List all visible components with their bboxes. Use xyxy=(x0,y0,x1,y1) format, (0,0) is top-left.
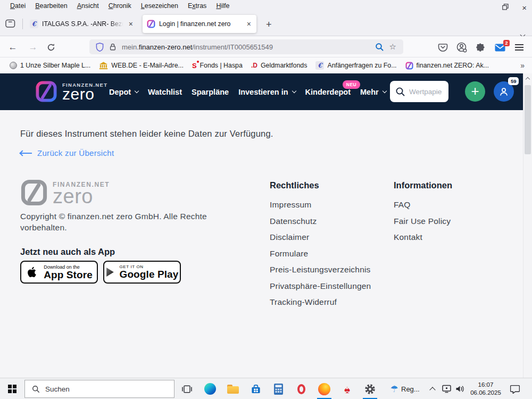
file-explorer-button[interactable] xyxy=(221,378,244,399)
pocket-button[interactable] xyxy=(436,40,450,54)
menu-bearbeiten[interactable]: Bearbeiten xyxy=(30,1,72,11)
bookmarks-overflow-chevron[interactable]: » xyxy=(520,61,527,70)
system-tray: ☂ Reg... 16:07 06.06.2025 xyxy=(387,378,525,399)
menu-label: nsicht xyxy=(81,2,99,10)
start-button[interactable] xyxy=(0,378,24,399)
bookmark-anfaengerfragen[interactable]: €Anfängerfragen zu Fo... xyxy=(311,60,401,71)
menu-extras[interactable]: Extras xyxy=(183,1,211,11)
notification-count-badge: 59 xyxy=(508,77,519,85)
action-center-button[interactable] xyxy=(505,385,525,394)
link-kontakt[interactable]: Kontakt xyxy=(394,232,452,242)
link-formulare[interactable]: Formulare xyxy=(270,249,371,259)
bookmark-star-icon[interactable]: ☆ xyxy=(389,42,396,52)
bookmark-geldmarktfonds[interactable]: .DGeldmarktfonds xyxy=(247,60,311,71)
link-datenschutz[interactable]: Datenschutz xyxy=(270,217,371,226)
taskbar-search[interactable] xyxy=(24,380,174,398)
site-logo[interactable]: FINANZEN.NET zero xyxy=(35,80,107,103)
apple-icon xyxy=(26,265,39,279)
link-privatsphaere-einstellungen[interactable]: Privatsphäre-Einstellungen xyxy=(270,281,371,291)
url-bar[interactable]: mein.finanzen-zero.net/instrument/IT0005… xyxy=(89,39,403,54)
task-view-button[interactable] xyxy=(176,378,198,399)
close-button[interactable]: × xyxy=(522,4,527,12)
back-to-overview-link[interactable]: Zurück zur Übersicht xyxy=(20,148,114,157)
settings-button[interactable] xyxy=(359,378,381,399)
search-icon xyxy=(32,385,40,393)
site-header: FINANZEN.NET zero Depot Watchlist Sparpl… xyxy=(0,73,523,110)
menu-label: ilfe xyxy=(221,2,229,10)
tracking-shield-icon[interactable] xyxy=(96,43,104,52)
link-impressum[interactable]: Impressum xyxy=(270,200,371,210)
volume-button[interactable] xyxy=(453,385,467,393)
lock-icon[interactable] xyxy=(109,43,117,51)
weather-label[interactable]: Reg... xyxy=(401,385,426,393)
nav-watchlist[interactable]: Watchlist xyxy=(148,88,182,96)
edge-button[interactable] xyxy=(198,378,221,399)
footer-links: FAQ Fair Use Policy Kontakt xyxy=(394,200,452,242)
link-faq[interactable]: FAQ xyxy=(394,200,452,210)
tab-close-button[interactable]: × xyxy=(246,20,252,28)
tab-finanzen-zero-active[interactable]: Login | finanzen.net zero × xyxy=(143,15,256,33)
link-fair-use-policy[interactable]: Fair Use Policy xyxy=(394,217,452,226)
scrollbar-up-arrow[interactable] xyxy=(526,77,530,81)
menu-hilfe[interactable]: Hilfe xyxy=(211,1,234,11)
restore-button[interactable] xyxy=(502,3,509,12)
footer-logo: FINANZEN.NET zero xyxy=(20,179,110,206)
menu-chronik[interactable]: Chronik xyxy=(104,1,136,11)
bookmark-haspa[interactable]: SFonds | Haspa xyxy=(188,60,247,71)
add-button[interactable]: + xyxy=(465,81,485,102)
opera-button[interactable] xyxy=(290,378,313,399)
search-icon[interactable] xyxy=(375,43,384,52)
reload-button[interactable] xyxy=(45,41,57,54)
extensions-button[interactable] xyxy=(474,40,488,54)
nav-kinderdepot[interactable]: KinderdepotNEU xyxy=(305,88,351,96)
firefox-view-button[interactable] xyxy=(5,19,15,30)
app-menu-button[interactable] xyxy=(512,40,526,54)
nav-investieren-in[interactable]: Investieren in xyxy=(238,88,295,96)
profile-button[interactable]: 59 xyxy=(494,81,514,102)
menu-lesezeichen[interactable]: Lesezeichen xyxy=(136,1,183,11)
mail-extension-button[interactable]: 2 xyxy=(493,40,507,54)
bookmark-silber-maple[interactable]: 1 Unze Silber Maple L... xyxy=(5,60,95,71)
link-disclaimer[interactable]: Disclaimer xyxy=(270,232,371,242)
task-view-icon xyxy=(182,385,192,393)
scrollbar-thumb[interactable] xyxy=(525,85,531,154)
nav-depot[interactable]: Depot xyxy=(109,88,138,96)
display-icon xyxy=(442,385,451,393)
link-preis-leistungsverzeichnis[interactable]: Preis-Leistungsverzeichnis xyxy=(270,265,371,275)
tab-italgas[interactable]: € ITALGAS S.P.A. -ANR- Bezugsrec × xyxy=(26,15,138,33)
page-scrollbar[interactable] xyxy=(523,73,532,378)
link-tracking-widerruf[interactable]: Tracking-Widerruf xyxy=(270,297,371,307)
nav-sparplaene[interactable]: Sparpläne xyxy=(192,88,229,96)
pokerstars-spade-icon: ♠★ xyxy=(344,384,350,395)
account-button[interactable] xyxy=(455,40,469,54)
menu-label: earbeiten xyxy=(40,2,68,10)
google-play-badge[interactable]: GET IT ON Google Play xyxy=(103,261,181,284)
menu-datei[interactable]: Datei xyxy=(5,1,30,11)
nav-mehr[interactable]: Mehr xyxy=(360,88,386,96)
firefox-button[interactable] xyxy=(313,378,336,399)
mail-icon-wrap: 2 xyxy=(495,44,505,52)
wertpapier-search-input[interactable] xyxy=(409,88,442,96)
new-tab-button[interactable]: + xyxy=(263,18,275,31)
app-store-badge[interactable]: Download on the App Store xyxy=(20,261,98,284)
tab-close-button[interactable]: × xyxy=(128,20,134,28)
google-play-text: GET IT ON Google Play xyxy=(120,264,179,280)
forward-button[interactable]: → xyxy=(27,41,39,54)
person-icon xyxy=(498,86,510,97)
wertpapier-search[interactable] xyxy=(390,81,448,102)
bookmark-finanzen-zero[interactable]: finanzen.net ZERO: Ak... xyxy=(401,60,493,71)
euro-icon: € xyxy=(315,61,324,70)
bookmark-label: Fonds | Haspa xyxy=(200,62,243,69)
pokerstars-button[interactable]: ♠★ xyxy=(336,378,359,399)
display-tray-button[interactable] xyxy=(439,385,453,393)
url-prefix: mein. xyxy=(122,43,139,51)
back-button[interactable]: ← xyxy=(6,41,19,54)
menu-ansicht[interactable]: Ansicht xyxy=(72,1,104,11)
tray-expand-chevron[interactable] xyxy=(429,387,435,393)
weather-umbrella-icon[interactable]: ☂ xyxy=(387,384,401,395)
microsoft-store-button[interactable] xyxy=(244,378,267,399)
taskbar-clock[interactable]: 16:07 06.06.2025 xyxy=(468,381,503,397)
taskbar-search-input[interactable] xyxy=(45,385,152,393)
calculator-button[interactable] xyxy=(267,378,290,399)
bookmark-webde[interactable]: WEB.DE - E-Mail-Adre... xyxy=(95,60,188,71)
